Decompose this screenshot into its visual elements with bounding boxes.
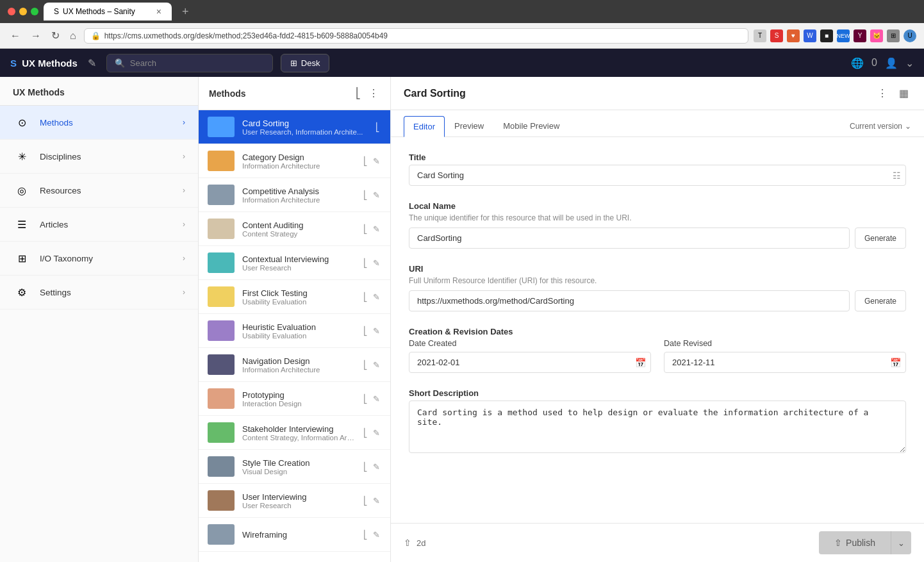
date-revised-input[interactable]: [664, 352, 906, 373]
method-pin-first-click-testing[interactable]: ⎣: [362, 291, 369, 303]
extension-icon-3[interactable]: ♥: [787, 29, 800, 42]
method-thumbnail-content-auditing: [208, 219, 235, 239]
extension-icon-7[interactable]: Y: [854, 29, 866, 42]
method-edit-wireframing[interactable]: ✎: [372, 529, 381, 541]
method-edit-competitive-analysis[interactable]: ✎: [372, 189, 381, 201]
method-pin-style-tile-creation[interactable]: ⎣: [362, 461, 369, 473]
sidebar-item-io-taxonomy[interactable]: ⊞ I/O Taxonomy ›: [0, 242, 198, 276]
sidebar-item-settings[interactable]: ⚙ Settings ›: [0, 276, 198, 310]
method-item-navigation-design[interactable]: Navigation Design Information Architectu…: [199, 348, 390, 382]
chevron-down-icon[interactable]: ⌄: [905, 57, 914, 69]
method-pin-prototyping[interactable]: ⎣: [362, 393, 369, 405]
method-item-card-sorting[interactable]: Card Sorting User Research, Information …: [199, 110, 390, 144]
method-pin-heuristic-evaluation[interactable]: ⎣: [362, 325, 369, 337]
methods-expand-btn[interactable]: ⎣: [354, 86, 362, 101]
method-item-competitive-analysis[interactable]: Competitive Analysis Information Archite…: [199, 178, 390, 212]
method-pin-wireframing[interactable]: ⎣: [362, 529, 369, 541]
extension-icon-4[interactable]: W: [804, 29, 816, 42]
sidebar-item-disciplines[interactable]: ✳ Disciplines ›: [0, 140, 198, 174]
more-options-btn[interactable]: ⋮: [875, 85, 890, 102]
tab-editor[interactable]: Editor: [404, 116, 445, 137]
method-actions-user-interviewing: ⎣ ✎: [362, 495, 381, 507]
method-edit-style-tile-creation[interactable]: ✎: [372, 461, 381, 473]
sidebar-icon-articles: ☰: [13, 215, 31, 233]
method-edit-first-click-testing[interactable]: ✎: [372, 291, 381, 303]
split-view-btn[interactable]: ▦: [896, 85, 911, 102]
publish-label: Publish: [846, 538, 875, 548]
global-search[interactable]: 🔍 Search: [106, 54, 273, 72]
extension-icon-6[interactable]: NEW: [837, 29, 850, 42]
globe-icon[interactable]: 🌐: [851, 57, 864, 69]
version-selector[interactable]: Current version ⌄: [850, 122, 911, 131]
method-item-user-interviewing[interactable]: User Interviewing User Research ⎣ ✎: [199, 484, 390, 518]
browser-window-controls[interactable]: [8, 8, 38, 15]
method-item-wireframing[interactable]: Wireframing ⎣ ✎: [199, 518, 390, 552]
tab-mobile-preview[interactable]: Mobile Preview: [493, 115, 569, 136]
forward-btn[interactable]: →: [28, 28, 44, 44]
method-item-heuristic-evaluation[interactable]: Heuristic Evaluation Usability Evaluatio…: [199, 314, 390, 348]
local-name-generate-btn[interactable]: Generate: [855, 227, 906, 249]
address-bar[interactable]: 🔒 https://cms.uxmethods.org/desk/method;…: [84, 28, 748, 44]
close-tab-btn[interactable]: ×: [156, 6, 161, 17]
method-edit-stakeholder-interviewing[interactable]: ✎: [372, 427, 381, 439]
method-edit-navigation-design[interactable]: ✎: [372, 359, 381, 371]
publish-dropdown-btn[interactable]: ⌄: [891, 531, 911, 554]
method-pin-card-sorting[interactable]: ⎣: [374, 121, 381, 133]
date-created-input[interactable]: [409, 352, 651, 373]
method-edit-prototyping[interactable]: ✎: [372, 393, 381, 405]
method-item-stakeholder-interviewing[interactable]: Stakeholder Interviewing Content Strateg…: [199, 416, 390, 450]
edit-icon[interactable]: ✎: [85, 54, 99, 72]
browser-tab[interactable]: S UX Methods – Sanity ×: [44, 3, 172, 21]
profile-icon[interactable]: U: [903, 29, 916, 42]
uri-input[interactable]: [409, 290, 850, 311]
method-pin-user-interviewing[interactable]: ⎣: [362, 495, 369, 507]
minimize-window-btn[interactable]: [19, 8, 27, 15]
uri-generate-btn[interactable]: Generate: [855, 290, 906, 311]
tab-preview[interactable]: Preview: [445, 115, 493, 136]
extension-icon-1[interactable]: T: [754, 29, 766, 42]
method-pin-contextual-interviewing[interactable]: ⎣: [362, 257, 369, 269]
method-pin-stakeholder-interviewing[interactable]: ⎣: [362, 427, 369, 439]
method-edit-category-design[interactable]: ✎: [372, 155, 381, 167]
method-edit-contextual-interviewing[interactable]: ✎: [372, 257, 381, 269]
home-btn[interactable]: ⌂: [67, 28, 79, 44]
short-description-input[interactable]: Card sorting is a method used to help de…: [409, 401, 906, 453]
title-input[interactable]: [409, 165, 906, 186]
sidebar-item-articles[interactable]: ☰ Articles ›: [0, 208, 198, 242]
app-logo: S UX Methods: [10, 58, 78, 69]
sidebar-item-methods[interactable]: ⊙ Methods ›: [0, 106, 198, 140]
method-edit-user-interviewing[interactable]: ✎: [372, 495, 381, 507]
maximize-window-btn[interactable]: [31, 8, 38, 15]
method-item-content-auditing[interactable]: Content Auditing Content Strategy ⎣ ✎: [199, 212, 390, 246]
close-window-btn[interactable]: [8, 8, 15, 15]
sidebar-item-resources[interactable]: ◎ Resources ›: [0, 174, 198, 208]
method-edit-heuristic-evaluation[interactable]: ✎: [372, 325, 381, 337]
extension-icon-5[interactable]: ■: [820, 29, 833, 42]
title-action-icon[interactable]: ☷: [893, 170, 901, 181]
method-pin-category-design[interactable]: ⎣: [362, 155, 369, 167]
method-pin-navigation-design[interactable]: ⎣: [362, 359, 369, 371]
method-info-content-auditing: Content Auditing Content Strategy: [242, 220, 357, 238]
extension-icon-9[interactable]: ⊞: [887, 29, 900, 42]
date-revised-picker-btn[interactable]: 📅: [890, 358, 901, 368]
notification-badge[interactable]: 0: [871, 57, 877, 69]
local-name-input[interactable]: [409, 227, 850, 249]
back-btn[interactable]: ←: [8, 28, 23, 44]
method-item-prototyping[interactable]: Prototyping Interaction Design ⎣ ✎: [199, 382, 390, 416]
method-pin-competitive-analysis[interactable]: ⎣: [362, 189, 369, 201]
methods-more-btn[interactable]: ⋮: [367, 86, 380, 101]
new-tab-btn[interactable]: +: [177, 5, 194, 19]
method-item-style-tile-creation[interactable]: Style Tile Creation Visual Design ⎣ ✎: [199, 450, 390, 484]
method-item-first-click-testing[interactable]: First Click Testing Usability Evaluation…: [199, 280, 390, 314]
method-edit-content-auditing[interactable]: ✎: [372, 223, 381, 235]
method-item-contextual-interviewing[interactable]: Contextual Interviewing User Research ⎣ …: [199, 246, 390, 280]
user-avatar[interactable]: 👤: [885, 57, 898, 69]
method-item-category-design[interactable]: Category Design Information Architecture…: [199, 144, 390, 178]
reload-btn[interactable]: ↻: [49, 27, 62, 44]
extension-icon-2[interactable]: S: [770, 29, 783, 42]
desk-button[interactable]: ⊞ Desk: [281, 54, 330, 72]
date-created-picker-btn[interactable]: 📅: [635, 358, 646, 368]
extension-icon-8[interactable]: 🐱: [870, 29, 883, 42]
publish-button[interactable]: ⇧ Publish: [819, 531, 891, 554]
method-pin-content-auditing[interactable]: ⎣: [362, 223, 369, 235]
